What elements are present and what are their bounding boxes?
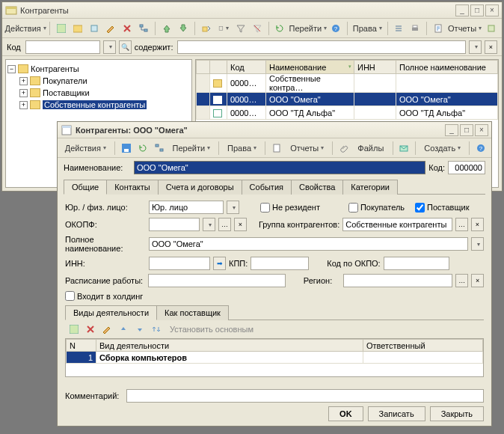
mark-delete-icon[interactable] (120, 21, 135, 36)
col-inn[interactable]: ИНН (354, 61, 396, 74)
edit-icon[interactable] (103, 21, 118, 36)
files-button[interactable]: Файлы (353, 141, 388, 156)
hierarchy-icon[interactable] (152, 141, 167, 156)
okopf-input[interactable] (149, 218, 200, 231)
okopf-select[interactable]: … (218, 218, 231, 231)
add-copy-icon[interactable] (87, 21, 102, 36)
inn-arrow-icon[interactable]: ➡ (213, 257, 226, 270)
expand-icon[interactable]: + (19, 77, 28, 85)
group-select[interactable]: … (455, 218, 468, 231)
scol-resp[interactable]: Ответственный (363, 340, 483, 352)
level-down-icon[interactable] (176, 21, 191, 36)
fullname-drop[interactable] (471, 237, 484, 251)
expand-icon[interactable]: + (19, 101, 28, 109)
activity-row[interactable]: 1 Сборка компьютеров (67, 352, 483, 364)
okopf-clear[interactable]: × (234, 218, 247, 231)
nonresident-check[interactable]: Не резидент (260, 203, 320, 213)
minimize-button[interactable]: _ (455, 4, 469, 16)
mail-icon[interactable] (396, 141, 411, 156)
tab-categories[interactable]: Категории (342, 180, 398, 195)
list-icon[interactable] (391, 21, 406, 36)
tab-general[interactable]: Общие (64, 180, 107, 195)
move-icon[interactable] (199, 21, 214, 36)
group-clear[interactable]: × (471, 218, 484, 231)
sub-del-icon[interactable] (83, 322, 98, 337)
dlg-actions-menu[interactable]: Действия (61, 141, 111, 156)
code-input2[interactable] (448, 161, 485, 174)
hierarchy-icon[interactable] (136, 21, 151, 36)
col-name[interactable]: Наименование (266, 61, 354, 74)
okopf-drop[interactable] (203, 218, 215, 231)
ok-button[interactable]: OK (328, 406, 363, 421)
tree-item-own[interactable]: + Собственные контрагенты (7, 99, 190, 111)
group-input[interactable] (342, 218, 452, 231)
filter-off-icon[interactable] (250, 21, 265, 36)
filter-icon[interactable] (233, 21, 248, 36)
tab-events[interactable]: События (242, 180, 292, 195)
search-icon[interactable]: 🔍 (119, 40, 132, 54)
add-icon[interactable] (54, 21, 69, 36)
grid-row[interactable]: 0000… Собственные контра… (197, 74, 498, 93)
inn-input[interactable] (149, 257, 210, 270)
col-fullname[interactable]: Полное наименование (396, 61, 498, 74)
sub-sort-icon[interactable] (149, 322, 164, 337)
goto-menu[interactable]: Перейти (289, 21, 327, 36)
buyer-check[interactable]: Покупатель (348, 203, 405, 213)
subtab-supplier[interactable]: Как поставщик (156, 305, 229, 320)
actions-menu[interactable]: Действия (5, 21, 46, 36)
contains-input[interactable] (177, 40, 466, 54)
dialog-minimize-button[interactable]: _ (445, 124, 458, 136)
dialog-close-button[interactable]: × (475, 124, 488, 136)
grid-row[interactable]: 0000… ООО "Омега" ООО "Омега" (197, 93, 498, 106)
help-icon[interactable]: ? (328, 21, 343, 36)
sub-add-icon[interactable] (67, 322, 82, 337)
print-icon[interactable] (408, 21, 422, 36)
reports-menu[interactable]: Отчеты (447, 21, 482, 36)
tree-root[interactable]: − Контрагенты (7, 63, 190, 75)
expand-icon[interactable]: + (19, 89, 28, 97)
legal-input[interactable] (149, 201, 224, 214)
comment-input[interactable] (126, 389, 484, 403)
rights-menu[interactable]: Права (351, 21, 384, 36)
save-icon[interactable] (119, 141, 134, 156)
collapse-icon[interactable]: − (7, 65, 16, 73)
tree-item-suppliers[interactable]: + Поставщики (7, 87, 190, 99)
report-icon[interactable] (431, 21, 446, 36)
set-main-button[interactable]: Установить основным (170, 325, 253, 334)
fullname-input[interactable] (149, 237, 468, 251)
sub-down-icon[interactable] (132, 322, 147, 337)
scol-activity[interactable]: Вид деятельности (96, 340, 363, 352)
schedule-input[interactable] (148, 274, 286, 287)
maximize-button[interactable]: □ (470, 4, 484, 16)
activities-grid[interactable]: N Вид деятельности Ответственный 1 Сборк… (65, 338, 484, 377)
col-code[interactable]: Код (227, 61, 266, 74)
report-icon[interactable] (269, 141, 284, 156)
filter-reset-icon[interactable] (215, 21, 232, 36)
dlg-goto-menu[interactable]: Перейти (168, 141, 215, 156)
region-input[interactable] (343, 274, 452, 287)
tab-props[interactable]: Свойства (291, 180, 343, 195)
refresh-icon[interactable] (272, 21, 287, 36)
name-input[interactable] (134, 161, 425, 174)
refresh-icon[interactable] (135, 141, 150, 156)
dlg-reports-menu[interactable]: Отчеты (286, 141, 328, 156)
close-button2[interactable]: Закрыть (430, 406, 484, 421)
add-folder-icon[interactable] (70, 21, 85, 36)
region-clear[interactable]: × (471, 274, 484, 287)
tab-contacts[interactable]: Контакты (106, 180, 159, 195)
clear-icon[interactable]: × (485, 40, 497, 54)
supplier-check[interactable]: Поставщик (415, 203, 469, 213)
region-select[interactable]: … (455, 274, 468, 287)
help-icon[interactable]: ? (473, 141, 488, 156)
tab-accounts[interactable]: Счета и договоры (158, 180, 242, 195)
save-button[interactable]: Записать (368, 406, 425, 421)
legal-dropdown[interactable] (227, 201, 239, 214)
holding-check[interactable]: Входит в холдинг (65, 291, 143, 301)
dialog-maximize-button[interactable]: □ (460, 124, 473, 136)
sub-up-icon[interactable] (116, 322, 131, 337)
close-button[interactable]: × (485, 4, 499, 16)
contains-dropdown[interactable] (469, 40, 482, 54)
scol-n[interactable]: N (67, 340, 96, 352)
extra-icon[interactable] (484, 21, 499, 36)
subtab-activities[interactable]: Виды деятельности (65, 305, 157, 320)
